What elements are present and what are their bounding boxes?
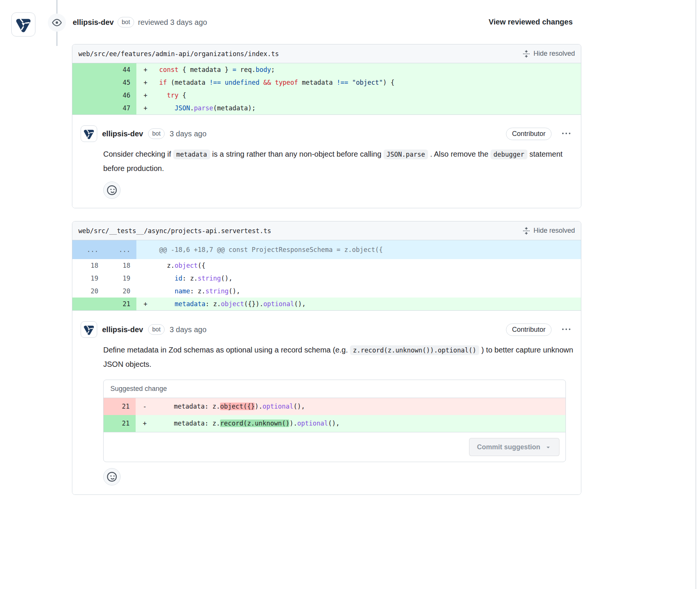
diff-code-line: z.object({ [151, 259, 581, 272]
review-author-link[interactable]: ellipsis-dev [73, 18, 114, 27]
diff-row-ctx: 1818 z.object({ [72, 259, 581, 272]
ellipsis-logo-icon [83, 128, 95, 140]
view-reviewed-changes-link[interactable]: View reviewed changes [489, 18, 573, 26]
code-segment: ). [289, 420, 297, 427]
diff-marker: + [136, 102, 151, 114]
code-segment: string [205, 287, 228, 295]
diff-line-numbers[interactable]: 46 [72, 89, 136, 102]
comment-avatar[interactable] [81, 125, 97, 142]
code-segment: metadata: z. [151, 420, 220, 427]
page-right-rule [695, 0, 696, 589]
review-comment: ellipsis-dev bot 3 days ago Contributor … [72, 310, 581, 494]
diff-row-add: 46+ try { [72, 89, 581, 102]
code-segment: JSON [174, 104, 190, 112]
diff-marker: + [136, 76, 151, 89]
code-segment: optional [263, 300, 294, 308]
diff-line-numbers[interactable]: 2020 [72, 285, 136, 298]
diff-block: 44+ const { metadata } = req.body;45+ if… [72, 63, 581, 114]
add-reaction-button[interactable] [103, 468, 121, 485]
diff-code-line: id: z.string(), [151, 272, 581, 285]
diff-line-numbers[interactable]: ...... [72, 240, 136, 259]
code-segment: optional [263, 403, 293, 410]
file-path-link[interactable]: web/src/__tests__/async/projects-api.ser… [78, 227, 271, 235]
code-segment [151, 300, 174, 308]
code-segment: optional [297, 420, 328, 427]
comment-author-link[interactable]: ellipsis-dev [102, 325, 143, 334]
diff-line-numbers[interactable]: 47 [72, 102, 136, 114]
diff-row-del: 21- metadata: z.object({}).optional(), [104, 398, 566, 415]
suggestion-footer: Commit suggestion [104, 432, 566, 462]
code-segment: ) { [383, 79, 394, 86]
code-segment: (metadata [167, 79, 209, 86]
diff-row-add: 21+ metadata: z.object({}).optional(), [72, 298, 581, 310]
hide-resolved-button[interactable]: Hide resolved [523, 227, 575, 235]
add-reaction-button[interactable] [103, 182, 121, 199]
file-header: web/src/__tests__/async/projects-api.ser… [72, 221, 581, 240]
code-segment: try [167, 92, 179, 99]
comment-header: ellipsis-dev bot 3 days ago Contributor [81, 125, 572, 142]
ellipsis-logo-icon [15, 16, 32, 33]
diff-code-line: if (metadata !== undefined && typeof met… [151, 76, 581, 89]
commit-suggestion-button[interactable]: Commit suggestion [469, 438, 559, 456]
diff-marker [136, 259, 151, 272]
file-path-link[interactable]: web/src/ee/features/admin-api/organizati… [78, 50, 279, 58]
fold-icon [523, 50, 530, 58]
hide-resolved-button[interactable]: Hide resolved [523, 50, 575, 58]
diff-marker: + [136, 298, 151, 310]
diff-block: ...... @@ -18,6 +18,7 @@ const ProjectRe… [72, 240, 581, 310]
diff-code-line: metadata: z.object({}).optional(), [151, 398, 566, 415]
code-segment [221, 79, 225, 86]
comment-timestamp-link[interactable]: 3 days ago [170, 325, 206, 334]
commit-suggestion-label: Commit suggestion [477, 443, 540, 451]
code-segment: { [179, 92, 186, 99]
smiley-icon [107, 472, 117, 482]
caret-down-icon [545, 444, 552, 450]
comment-menu-button[interactable] [561, 324, 572, 335]
code-segment: && [263, 79, 271, 86]
diff-marker [136, 240, 151, 259]
diff-marker: - [136, 398, 151, 415]
diff-marker [136, 272, 151, 285]
comment-author-link[interactable]: ellipsis-dev [102, 130, 143, 138]
code-segment: : z. [205, 300, 221, 308]
code-segment: !== [336, 79, 348, 86]
diff-line-numbers[interactable]: 21 [104, 398, 136, 415]
comment-menu-button[interactable] [561, 128, 572, 139]
eye-icon [52, 18, 62, 27]
reviewer-avatar[interactable] [11, 12, 35, 37]
diff-row-add: 45+ if (metadata !== undefined && typeof… [72, 76, 581, 89]
diff-code-line: const { metadata } = req.body; [151, 63, 581, 76]
diff-line-numbers[interactable]: 45 [72, 76, 136, 89]
code-segment: (), [221, 275, 232, 282]
code-segment: object [221, 300, 244, 308]
code-segment: metadata: z. [151, 403, 220, 410]
code-segment [151, 287, 174, 295]
author-association-badge: Contributor [506, 128, 552, 140]
diff-code-line: @@ -18,6 +18,7 @@ const ProjectResponseS… [151, 240, 581, 259]
diff-line-numbers[interactable]: 21 [72, 298, 136, 310]
diff-line-numbers[interactable]: 1919 [72, 272, 136, 285]
code-segment [271, 79, 275, 86]
diff-code-line: metadata: z.object({}).optional(), [151, 298, 581, 310]
code-segment: . [190, 104, 194, 112]
code-segment [151, 104, 174, 112]
diff-row-add: 21+ metadata: z.record(z.unknown()).opti… [104, 415, 566, 432]
review-threads: web/src/ee/features/admin-api/organizati… [72, 44, 581, 495]
comment-body: Consider checking if metadata is a strin… [103, 147, 574, 175]
comment-timestamp-link[interactable]: 3 days ago [170, 130, 206, 138]
code-segment: name [174, 287, 190, 295]
comment-avatar[interactable] [81, 321, 97, 338]
review-comment: ellipsis-dev bot 3 days ago Contributor … [72, 114, 581, 208]
ellipsis-logo-icon [83, 323, 95, 336]
diff-line-numbers[interactable]: 44 [72, 63, 136, 76]
suggested-change-block: Suggested change 21- metadata: z.object(… [103, 380, 566, 462]
code-segment [151, 92, 167, 99]
fold-icon [523, 227, 530, 235]
hide-resolved-label: Hide resolved [533, 50, 575, 58]
diff-line-numbers[interactable]: 21 [104, 415, 136, 432]
inline-code: JSON.parse [384, 150, 428, 159]
code-segment: (), [328, 420, 340, 427]
code-segment: z. [151, 262, 174, 269]
diff-code-line: metadata: z.record(z.unknown()).optional… [151, 415, 566, 432]
diff-line-numbers[interactable]: 1818 [72, 259, 136, 272]
